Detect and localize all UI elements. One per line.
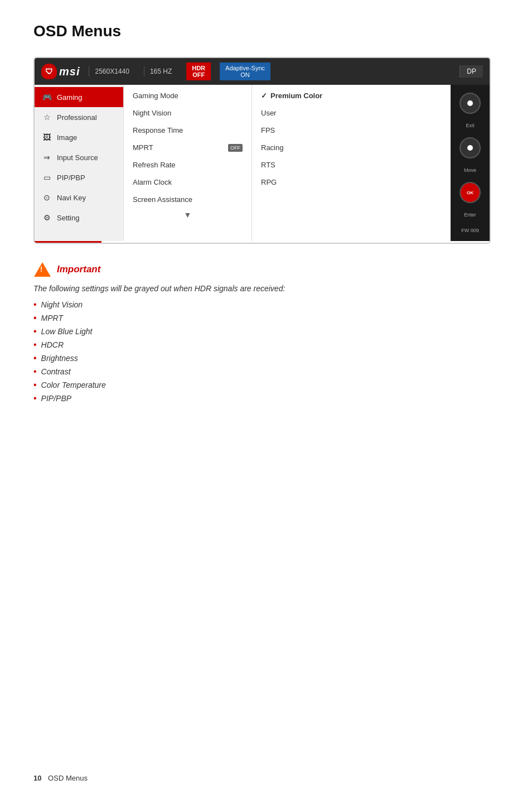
right-item-premium-color[interactable]: ✓ Premium Color xyxy=(252,87,451,104)
image-icon: 🖼 xyxy=(41,132,52,143)
important-bullet-list: Night Vision MPRT Low Blue Light HDCR Br… xyxy=(33,300,491,403)
exit-label: Exit xyxy=(466,123,474,128)
right-item-rpg[interactable]: RPG xyxy=(252,174,451,191)
alarm-clock-label: Alarm Clock xyxy=(133,178,172,186)
sidebar-item-navi-key[interactable]: ⊙ Navi Key xyxy=(35,187,123,208)
fps-label: FPS xyxy=(261,126,275,134)
scroll-down-indicator: ▼ xyxy=(124,208,252,223)
sidebar-label-setting: Setting xyxy=(57,214,79,222)
move-button[interactable] xyxy=(460,137,481,158)
gaming-icon: 🎮 xyxy=(41,92,52,103)
screen-assistance-label: Screen Assistance xyxy=(133,195,192,204)
bullet-hdcr: HDCR xyxy=(33,340,491,350)
sidebar-item-pip-pbp[interactable]: ▭ PIP/PBP xyxy=(35,167,123,187)
sidebar-label-professional: Professional xyxy=(57,113,97,122)
right-item-racing[interactable]: Racing xyxy=(252,139,451,156)
sidebar-item-input-source[interactable]: ⇒ Input Source xyxy=(35,147,123,167)
enter-button[interactable]: OK xyxy=(460,182,481,203)
osd-sidebar: 🎮 Gaming ☆ Professional 🖼 Image ⇒ Input … xyxy=(35,85,124,241)
rts-label: RTS xyxy=(261,161,275,169)
racing-label: Racing xyxy=(261,143,283,152)
bullet-color-temperature: Color Temperature xyxy=(33,380,491,390)
ok-text: OK xyxy=(467,190,473,195)
bullet-mprt: MPRT xyxy=(33,313,491,323)
right-item-rts[interactable]: RTS xyxy=(252,156,451,174)
response-time-label: Response Time xyxy=(133,126,183,134)
setting-icon: ⚙ xyxy=(41,212,52,223)
premium-color-label: Premium Color xyxy=(270,92,322,100)
bullet-pip-pbp: PIP/PBP xyxy=(33,393,491,403)
hdr-display: HDR OFF xyxy=(186,62,211,80)
red-accent-bar xyxy=(35,241,101,243)
exit-button[interactable] xyxy=(460,93,481,114)
checkmark-icon: ✓ xyxy=(261,92,267,100)
night-vision-label: Night Vision xyxy=(133,109,171,117)
input-source-icon: ⇒ xyxy=(41,152,52,163)
osd-bottom-bar xyxy=(35,241,490,243)
sidebar-item-image[interactable]: 🖼 Image xyxy=(35,127,123,147)
warning-icon xyxy=(33,261,51,278)
osd-topbar: 🛡 msi 2560X1440 165 HZ HDR OFF Adaptive-… xyxy=(35,58,490,85)
sidebar-item-professional[interactable]: ☆ Professional xyxy=(35,107,123,127)
osd-controls-panel: Exit Move OK Enter FW 009 xyxy=(451,85,490,241)
right-item-fps[interactable]: FPS xyxy=(252,122,451,139)
sidebar-label-navi-key: Navi Key xyxy=(57,194,86,202)
mprt-badge: OFF xyxy=(228,144,243,152)
important-header: Important xyxy=(33,261,491,278)
middle-item-night-vision[interactable]: Night Vision xyxy=(124,104,252,122)
bullet-brightness: Brightness xyxy=(33,353,491,363)
sidebar-label-input-source: Input Source xyxy=(57,153,98,162)
important-section: Important The following settings will be… xyxy=(33,261,491,403)
sidebar-item-gaming[interactable]: 🎮 Gaming xyxy=(35,87,123,107)
user-label: User xyxy=(261,109,276,117)
right-item-user[interactable]: User xyxy=(252,104,451,122)
page-number: 10 xyxy=(33,774,41,782)
important-description: The following settings will be grayed ou… xyxy=(33,284,491,293)
down-arrow-icon: ▼ xyxy=(184,210,192,219)
hz-display: 165 HZ xyxy=(144,66,177,76)
enter-label: Enter xyxy=(464,212,476,218)
dp-display: DP xyxy=(460,65,483,78)
osd-middle-panel: Gaming Mode Night Vision Response Time M… xyxy=(124,85,252,241)
page-title: OSD Menus xyxy=(33,22,499,40)
msi-brand-text: msi xyxy=(59,65,80,78)
page-footer-label: OSD Menus xyxy=(48,774,88,782)
bullet-contrast: Contrast xyxy=(33,367,491,377)
warning-triangle-icon xyxy=(34,262,51,277)
exit-button-center xyxy=(467,100,473,106)
important-title: Important xyxy=(57,264,100,275)
sidebar-item-setting[interactable]: ⚙ Setting xyxy=(35,208,123,228)
adaptive-sync-display: Adaptive-Sync ON xyxy=(220,62,270,80)
middle-item-refresh-rate[interactable]: Refresh Rate xyxy=(124,156,252,174)
sidebar-label-image: Image xyxy=(57,133,77,142)
move-button-center xyxy=(467,145,473,151)
rpg-label: RPG xyxy=(261,178,277,186)
middle-item-screen-assistance[interactable]: Screen Assistance xyxy=(124,191,252,208)
middle-item-alarm-clock[interactable]: Alarm Clock xyxy=(124,174,252,191)
gaming-mode-label: Gaming Mode xyxy=(133,92,178,100)
middle-item-response-time[interactable]: Response Time xyxy=(124,122,252,139)
osd-ui-container: 🛡 msi 2560X1440 165 HZ HDR OFF Adaptive-… xyxy=(33,57,491,244)
sidebar-label-gaming: Gaming xyxy=(57,93,83,102)
navi-key-icon: ⊙ xyxy=(41,192,52,203)
bullet-night-vision: Night Vision xyxy=(33,300,491,310)
middle-item-gaming-mode[interactable]: Gaming Mode xyxy=(124,87,252,104)
bullet-low-blue-light: Low Blue Light xyxy=(33,326,491,336)
mprt-label: MPRT xyxy=(133,143,153,152)
page-footer: 10 OSD Menus xyxy=(33,774,88,782)
refresh-rate-label: Refresh Rate xyxy=(133,161,176,169)
pip-pbp-icon: ▭ xyxy=(41,172,52,183)
move-label: Move xyxy=(464,167,476,173)
msi-shield-icon: 🛡 xyxy=(41,64,57,79)
sidebar-label-pip-pbp: PIP/PBP xyxy=(57,174,85,182)
middle-item-mprt[interactable]: MPRT OFF xyxy=(124,139,252,156)
resolution-display: 2560X1440 xyxy=(89,66,134,76)
osd-main-area: 🎮 Gaming ☆ Professional 🖼 Image ⇒ Input … xyxy=(35,85,490,241)
osd-right-panel: ✓ Premium Color User FPS Racing RTS RPG xyxy=(252,85,451,241)
msi-logo: 🛡 msi xyxy=(41,64,80,79)
fw-label: FW 009 xyxy=(461,228,479,233)
professional-icon: ☆ xyxy=(41,112,52,123)
